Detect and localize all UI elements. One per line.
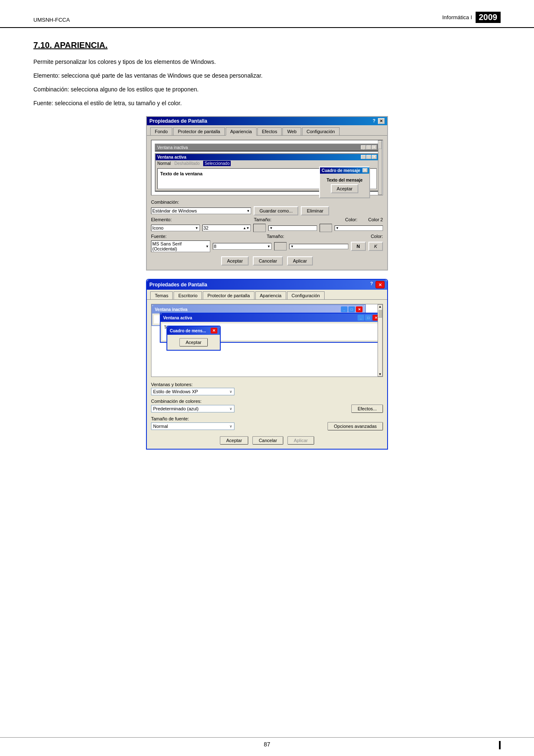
tab-configuracion[interactable]: Configuración — [302, 127, 340, 135]
combinacion-group: Combinación de colores: Predeterminado (… — [151, 399, 383, 413]
paragraph-1: Permite personalizar los colores y tipos… — [33, 58, 501, 66]
tamano-spinner[interactable]: ▲▼ — [243, 226, 249, 230]
inactive-close[interactable]: ✕ — [372, 145, 377, 149]
dialog1-cancel-btn[interactable]: Cancelar — [253, 256, 283, 265]
scroll-thumb[interactable] — [378, 141, 382, 149]
page-footer: 87 — [0, 737, 534, 748]
paragraph-2: Elemento: selecciona qué parte de las ve… — [33, 71, 501, 80]
main-content: 7.10. APARIENCIA. Permite personalizar l… — [0, 40, 534, 450]
dialog2-body: Ventana inactiva _ □ ✕ Ventana activ — [147, 299, 387, 449]
msg-accept-btn[interactable]: Aceptar — [331, 184, 358, 193]
header-left: UMSNH-FCCA — [33, 17, 70, 23]
color-picker2[interactable] — [320, 224, 332, 232]
menu-bar: Normal Deshabilitado Seleccionado — [156, 160, 378, 167]
window-content-text: Texto de la ventana — [160, 171, 202, 176]
inactive-min[interactable]: _ — [361, 145, 366, 149]
xp-tab-apariencia[interactable]: Apariencia — [255, 291, 286, 299]
color-picker1[interactable] — [253, 224, 266, 232]
active-max[interactable]: □ — [366, 155, 371, 159]
msg-close[interactable]: ✕ — [363, 168, 368, 172]
combinacion-select2[interactable]: Predeterminado (azul) ∨ — [151, 405, 234, 412]
xp-inactive-close[interactable]: ✕ — [356, 306, 363, 312]
dialog1-apply-btn[interactable]: Aplicar — [287, 256, 313, 265]
xp-tab-temas[interactable]: Temas — [150, 291, 173, 299]
active-win-buttons: _ □ ✕ — [361, 155, 377, 159]
active-titlebar: Ventana activa _ □ ✕ — [156, 154, 378, 160]
tab-efectos[interactable]: Efectos — [257, 127, 282, 135]
elemento-select[interactable]: Icono ▼ — [151, 225, 200, 231]
efectos-btn[interactable]: Efectos... — [351, 405, 383, 413]
xp-active-max[interactable]: □ — [365, 315, 372, 321]
xp-message-box: Cuadro de mens... ✕ Aceptar — [166, 326, 221, 351]
dialog1-tabs: Fondo Protector de pantalla Apariencia E… — [147, 125, 387, 135]
help-icon-xp[interactable]: ? — [370, 281, 373, 288]
xp-active-min[interactable]: _ — [358, 315, 364, 321]
xp-msg-accept-btn[interactable]: Aceptar — [179, 338, 208, 346]
xp-inactive-min[interactable]: _ — [341, 306, 348, 312]
tamano-select2[interactable]: Normal ∨ — [151, 422, 234, 430]
xp-inactive-max[interactable]: □ — [348, 306, 355, 312]
eliminar-btn[interactable]: Eliminar — [301, 206, 329, 215]
combinacion-select-row: Estándar de Windows ▼ Guardar como... El… — [151, 206, 383, 215]
footer-line-right — [499, 741, 501, 749]
active-min[interactable]: _ — [361, 155, 366, 159]
tab-fondo[interactable]: Fondo — [150, 127, 172, 135]
section-title: 7.10. APARIENCIA. — [33, 40, 501, 50]
dialog1-titlebar-buttons: ? ✕ — [373, 118, 385, 124]
dialog2-apply-btn[interactable]: Aplicar — [287, 436, 314, 445]
bold-btn[interactable]: N — [351, 242, 366, 251]
tab-protector[interactable]: Protector de pantalla — [173, 127, 225, 135]
scroll-thumb-xp[interactable] — [378, 309, 382, 318]
xp-active-titlebar: Ventana activa _ □ ✕ — [161, 314, 382, 322]
fuente-color-select[interactable]: ▼ — [289, 244, 348, 249]
elemento-row: Elemento: Tamaño: Color: Color 2 — [151, 217, 383, 222]
scroll-up-icon[interactable]: ▲ — [378, 305, 382, 308]
xp-tab-escritorio[interactable]: Escritorio — [174, 291, 202, 299]
color-label: Color: — [345, 217, 357, 222]
dialog2-cancel-btn[interactable]: Cancelar — [252, 436, 283, 445]
inactive-win-buttons: _ □ ✕ — [361, 145, 377, 150]
tamano-arrow: ∨ — [229, 424, 232, 428]
active-close[interactable]: ✕ — [372, 155, 377, 159]
xp-scrollbar[interactable]: ▲ ▼ — [378, 304, 383, 377]
scroll-down-icon[interactable]: ▼ — [378, 372, 382, 376]
xp-combinacion-label: Combinación de colores: — [151, 399, 383, 404]
fuente-tamano-select[interactable]: 8 ▼ — [213, 243, 272, 250]
close-button[interactable]: ✕ — [378, 118, 385, 124]
elemento-select-row: Icono ▼ 32 ▲▼ ▼ ▼ — [151, 224, 383, 232]
xp-active-window: Ventana activa _ □ ✕ Texto de la vent... — [160, 313, 383, 343]
combinacion-select[interactable]: Estándar de Windows ▼ — [151, 207, 251, 214]
guardar-btn[interactable]: Guardar como... — [254, 206, 298, 215]
xp-inactive-btns: _ □ ✕ — [341, 306, 363, 312]
tamano-select[interactable]: 32 ▲▼ — [202, 225, 251, 231]
fuente-select[interactable]: MS Sans Serif (Occidental) ▼ — [151, 240, 210, 252]
tab-apariencia[interactable]: Apariencia — [226, 127, 257, 136]
tamano-group: Tamaño de fuente: Normal ∨ Opciones avan… — [151, 416, 383, 430]
xp-msg-close[interactable]: ✕ — [211, 328, 217, 334]
opciones-btn[interactable]: Opciones avanzadas — [327, 422, 383, 430]
italic-btn[interactable]: K — [368, 242, 383, 251]
menu-deshabilitado: Deshabilitado — [174, 161, 200, 166]
dialog1-buttons-row: Aceptar Cancelar Aplicar — [151, 256, 383, 265]
dialog2-close-btn[interactable]: ✕ — [375, 281, 385, 288]
header-year: 2009 — [476, 12, 501, 23]
paragraph-4: Fuente: selecciona el estilo de letra, s… — [33, 99, 501, 108]
xp-tab-config[interactable]: Configuración — [287, 291, 325, 299]
dialog1-accept-btn[interactable]: Aceptar — [221, 256, 249, 265]
inactive-max[interactable]: □ — [366, 145, 371, 149]
window-content: Texto de la ventana Cuadro de mensaje ✕ … — [157, 168, 377, 189]
color2-select[interactable]: ▼ — [335, 225, 383, 231]
xp-tab-protector[interactable]: Protector de pantalla — [203, 291, 254, 299]
dialog2-screenshot: Propiedades de Pantalla ? ✕ Temas Escrit… — [146, 279, 388, 450]
ventanas-select-row: Estilo de Windows XP ∨ — [151, 388, 383, 395]
preview-scrollbar[interactable] — [378, 140, 382, 195]
fuente-select-row: MS Sans Serif (Occidental) ▼ 8 ▼ ▼ N K — [151, 240, 383, 252]
tab-web[interactable]: Web — [282, 127, 301, 135]
ventanas-group: Ventanas y botones: Estilo de Windows XP… — [151, 382, 383, 395]
help-icon[interactable]: ? — [373, 118, 375, 124]
dialog2-accept-btn[interactable]: Aceptar — [220, 436, 248, 445]
ventanas-select[interactable]: Estilo de Windows XP ∨ — [151, 388, 234, 395]
fuente-color-picker[interactable] — [274, 242, 287, 250]
message-box: Cuadro de mensaje ✕ Texto del mensaje Ac… — [319, 167, 370, 198]
color-select[interactable]: ▼ — [268, 225, 317, 231]
